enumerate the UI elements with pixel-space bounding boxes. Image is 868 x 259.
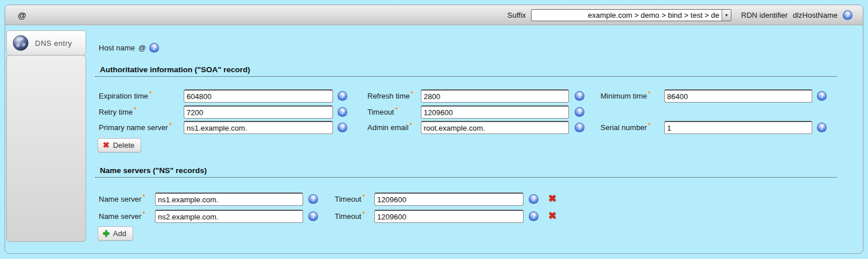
minimum-time-label: Minimum time*: [600, 89, 650, 103]
help-icon[interactable]: ?: [338, 123, 347, 132]
delete-button-label: Delete: [113, 141, 135, 150]
required-marker: *: [395, 106, 397, 113]
host-name-value: @: [138, 41, 146, 54]
host-name-label: Host name: [99, 41, 135, 54]
help-icon[interactable]: ?: [308, 194, 318, 204]
required-marker: *: [134, 106, 136, 113]
admin-email-input[interactable]: [421, 121, 569, 134]
sidebar-body: [6, 55, 86, 242]
ns-timeout-label: Timeout*: [335, 193, 365, 206]
add-button-label: Add: [113, 229, 126, 238]
help-icon[interactable]: ?: [575, 123, 584, 132]
help-icon[interactable]: ?: [843, 10, 852, 20]
ns-timeout-input[interactable]: [374, 193, 524, 206]
required-marker: *: [169, 121, 172, 128]
help-icon[interactable]: ?: [817, 123, 827, 132]
retry-time-input[interactable]: [184, 105, 333, 119]
required-marker: *: [362, 193, 365, 200]
help-icon[interactable]: ?: [575, 107, 584, 117]
delete-icon: ✖: [103, 140, 110, 150]
refresh-time-input[interactable]: [421, 89, 569, 103]
admin-email-label: Admin email*: [367, 121, 412, 134]
name-server-input[interactable]: [155, 210, 303, 223]
rdn-identifier-value: dlzHostName: [793, 11, 838, 19]
title-bar: @ Suffix example.com > demo > bind > tes…: [5, 5, 863, 25]
required-marker: *: [149, 90, 152, 97]
required-marker: *: [648, 90, 650, 97]
delete-button[interactable]: ✖ Delete: [98, 138, 141, 152]
help-icon[interactable]: ?: [308, 211, 318, 221]
minimum-time-input[interactable]: [664, 89, 812, 103]
add-button[interactable]: ✚ Add: [98, 226, 133, 241]
help-icon[interactable]: ?: [817, 91, 827, 101]
tab-dns-entry-label: DNS entry: [35, 39, 72, 48]
name-server-input[interactable]: [155, 193, 303, 206]
rdn-identifier-label: RDN identifier: [741, 11, 788, 19]
help-icon[interactable]: ?: [529, 194, 538, 204]
required-marker: *: [648, 121, 650, 128]
timeout-label: Timeout*: [367, 105, 398, 119]
required-marker: *: [362, 210, 365, 217]
primary-name-server-label: Primary name server*: [99, 121, 172, 134]
name-server-label: Name server*: [99, 210, 145, 223]
help-icon[interactable]: ?: [338, 91, 347, 101]
help-icon[interactable]: ?: [338, 107, 347, 117]
tab-dns-entry[interactable]: DNS entry: [6, 30, 86, 56]
remove-name-server-icon[interactable]: ✖: [548, 211, 556, 221]
suffix-label: Suffix: [507, 11, 526, 19]
globe-icon: [12, 34, 29, 52]
required-marker: *: [411, 90, 413, 97]
suffix-select[interactable]: example.com > demo > bind > test > de ▼: [531, 9, 731, 21]
primary-name-server-input[interactable]: [184, 121, 333, 134]
serial-number-label: Serial number*: [600, 121, 650, 134]
timeout-input[interactable]: [421, 105, 569, 119]
required-marker: *: [142, 210, 145, 217]
expiration-time-input[interactable]: [184, 89, 333, 103]
help-icon[interactable]: ?: [575, 91, 584, 101]
serial-number-input[interactable]: [664, 121, 812, 134]
required-marker: *: [410, 121, 412, 128]
expiration-time-label: Expiration time*: [99, 89, 152, 103]
help-icon[interactable]: ?: [149, 43, 159, 53]
chevron-down-icon[interactable]: ▼: [722, 10, 731, 21]
help-icon[interactable]: ?: [529, 211, 538, 221]
soa-section-title: Authoritative information ("SOA" record): [95, 65, 837, 77]
ns-timeout-label: Timeout*: [335, 210, 365, 223]
name-server-label: Name server*: [99, 193, 145, 206]
retry-time-label: Retry time*: [99, 105, 137, 119]
refresh-time-label: Refresh time*: [367, 89, 413, 103]
host-name-row: Host name @ ?: [99, 41, 159, 54]
remove-name-server-icon[interactable]: ✖: [548, 194, 556, 204]
page-title: @: [18, 10, 26, 20]
suffix-select-value: example.com > demo > bind > test > de: [532, 11, 722, 19]
ns-section-title: Name servers ("NS" records): [95, 166, 837, 178]
ns-timeout-input[interactable]: [374, 210, 524, 223]
add-icon: ✚: [103, 229, 110, 238]
title-bar-right: Suffix example.com > demo > bind > test …: [507, 9, 852, 21]
required-marker: *: [142, 193, 145, 200]
